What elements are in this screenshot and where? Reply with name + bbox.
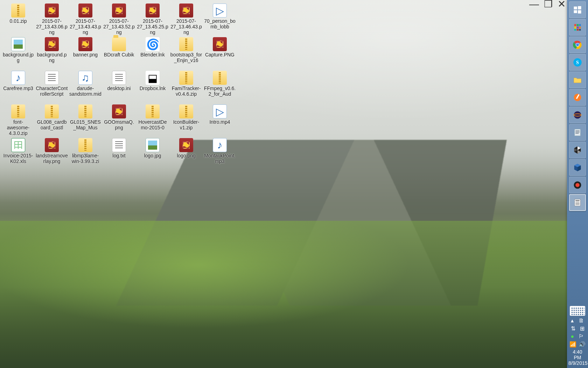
desktop-file-icon[interactable]: GL015_SNES_Map_Mus	[69, 103, 102, 137]
tray-status-icon[interactable]: ●	[571, 333, 574, 340]
desktop-file-icon[interactable]: banner.png	[69, 36, 102, 69]
desktop-file-icon[interactable]: FFmpeg_v0.6.2_for_Aud	[203, 69, 237, 103]
desktop-file-icon[interactable]: ⬓Dropbox.lnk	[136, 69, 169, 103]
desktop-file-label: GOOmsmaQ.png	[103, 119, 135, 130]
desktop-file-icon[interactable]: ▷Intro.mp4	[203, 103, 237, 137]
svg-rect-38	[575, 202, 580, 205]
taskbar-snipping-button[interactable]	[569, 89, 586, 106]
taskbar-start-button[interactable]	[569, 1, 586, 18]
desktop-file-icon[interactable]: logo.png	[169, 137, 203, 170]
desktop-file-icon[interactable]: logo.jpg	[136, 137, 169, 170]
desktop-file-icon[interactable]: bootstrap3_for_Enjin_v16	[169, 36, 203, 69]
desktop-icon-grid: 0.01.zip2015-07-27_13.43.06.png2015-07-2…	[1, 2, 237, 170]
mid-icon: ♫	[78, 71, 92, 85]
taskbar-virtualbox-button[interactable]	[569, 159, 586, 176]
desktop-file-icon[interactable]: libmp3lame-win-3.99.3.zi	[69, 137, 102, 170]
svg-rect-10	[574, 29, 576, 31]
desktop-file-icon[interactable]: landstreamoverlay.png	[35, 137, 69, 170]
taskbar-file-explorer-button[interactable]	[569, 71, 586, 88]
zip-icon	[11, 4, 25, 18]
desktop-file-icon[interactable]: HovercastDemo-2015-0	[136, 103, 169, 137]
tray-expand-icon[interactable]: ▴	[571, 317, 574, 324]
desktop-file-icon[interactable]: 2015-07-27_13.43.43.png	[69, 2, 102, 36]
desktop-file-icon[interactable]: log.txt	[102, 137, 136, 170]
svg-point-35	[575, 183, 580, 187]
jpg-icon	[11, 37, 25, 51]
taskbar-skype-button[interactable]: S	[569, 54, 586, 71]
zip-icon	[179, 104, 193, 118]
taskbar-recorder-button[interactable]	[569, 177, 586, 193]
desktop-file-icon[interactable]: background.png	[35, 36, 69, 69]
tray-network-icon[interactable]: 📶	[569, 341, 576, 348]
desktop[interactable]: — ❐ ✕ 0.01.zip2015-07-27_13.43.06.png201…	[0, 0, 567, 368]
tray-action-center-icon[interactable]: 🗎	[579, 318, 584, 324]
svg-rect-11	[577, 29, 579, 31]
tray-row-3: ● 🏳	[568, 333, 587, 340]
taskbar-chrome-button[interactable]	[569, 36, 586, 53]
taskbar-eclipse-button[interactable]	[569, 107, 586, 123]
png-icon	[112, 104, 126, 118]
desktop-file-icon[interactable]: ▷70_person_bomb_lobb	[203, 2, 237, 36]
zip-icon	[78, 104, 92, 118]
png-icon	[45, 138, 59, 152]
desktop-file-icon[interactable]: ♪Carefree.mp3	[1, 69, 35, 103]
mp3-icon: ♪	[213, 138, 227, 152]
mp3-icon: ♪	[11, 71, 25, 85]
desktop-file-icon[interactable]: desktop.ini	[102, 69, 136, 103]
desktop-file-icon[interactable]: 2015-07-27_13.45.25.png	[136, 2, 169, 36]
scan-icon	[573, 198, 582, 207]
taskbar-apps-button[interactable]	[569, 19, 586, 36]
svg-text:S: S	[576, 60, 579, 65]
desktop-file-icon[interactable]: IconBuilder-v1.zip	[169, 103, 203, 137]
tray-flag-icon[interactable]: 🏳	[579, 333, 584, 340]
dropbox-icon: ⬓	[146, 71, 160, 85]
tray-windows-icon[interactable]: ⊞	[580, 325, 584, 332]
taskbar-scan-button[interactable]	[569, 194, 586, 211]
close-button[interactable]: ✕	[558, 1, 566, 8]
desktop-file-label: font-awesome-4.3.0.zip	[2, 119, 34, 136]
mp4-icon: ▷	[213, 4, 227, 18]
maximize-button[interactable]: ❐	[544, 1, 553, 8]
desktop-file-icon[interactable]: 2015-07-27_13.46.43.png	[169, 2, 203, 36]
taskbar-clock[interactable]: 4:40 PM 8/9/2015	[568, 349, 587, 366]
desktop-file-icon[interactable]: Invoice-2015-K02.xls	[1, 137, 35, 170]
png-icon	[78, 37, 92, 51]
minimize-button[interactable]: —	[529, 1, 539, 8]
desktop-file-label: FamiTracker-v0.4.6.zip	[170, 86, 202, 97]
touch-keyboard-icon[interactable]	[570, 306, 585, 316]
svg-rect-37	[575, 200, 580, 202]
desktop-file-icon[interactable]: CharacterControllerScript	[35, 69, 69, 103]
tray-row-2: ⇅ ⊞	[568, 325, 587, 332]
tray-sync-icon[interactable]: ⇅	[571, 325, 575, 332]
desktop-file-label: 2015-07-27_13.43.06.png	[36, 18, 68, 35]
desktop-file-icon[interactable]: 0.01.zip	[1, 2, 35, 36]
desktop-file-icon[interactable]: 🌀Blender.lnk	[136, 36, 169, 69]
desktop-file-icon[interactable]: 2015-07-27_13.43.06.png	[35, 2, 69, 36]
blender-icon: 🌀	[146, 37, 160, 51]
desktop-file-icon[interactable]: GOOmsmaQ.png	[102, 103, 136, 137]
desktop-file-icon[interactable]: BDcraft Cubik	[102, 36, 136, 69]
system-tray: ▴ 🗎 ⇅ ⊞ ● 🏳 📶 🔊 4:40 PM 8/9/2015	[568, 305, 587, 368]
desktop-file-label: Carefree.mp3	[3, 86, 33, 91]
clock-time: 4:40 PM	[568, 349, 587, 360]
tray-volume-icon[interactable]: 🔊	[579, 341, 586, 348]
desktop-file-icon[interactable]: FamiTracker-v0.4.6.zip	[169, 69, 203, 103]
zip-icon	[45, 104, 59, 118]
desktop-file-icon[interactable]: font-awesome-4.3.0.zip	[1, 103, 35, 137]
zip-icon	[179, 37, 193, 51]
taskbar-notepadpp-button[interactable]	[569, 124, 586, 141]
desktop-file-icon[interactable]: Capture.PNG	[203, 36, 237, 69]
svg-rect-23	[575, 129, 580, 136]
svg-rect-5	[577, 24, 579, 26]
desktop-file-icon[interactable]: ♫darude-sandstorm.mid	[69, 69, 102, 103]
note-icon	[573, 128, 582, 137]
desktop-file-label: libmp3lame-win-3.99.3.zi	[69, 153, 102, 164]
tray-row-4: 📶 🔊	[568, 341, 587, 348]
desktop-file-icon[interactable]: 2015-07-27_13.43.52.png	[102, 2, 136, 36]
taskbar-unity-button[interactable]	[569, 142, 586, 158]
desktop-file-icon[interactable]: GL008_cardboard_castl	[35, 103, 69, 137]
desktop-file-icon[interactable]: background.jpg	[1, 36, 35, 69]
desktop-file-icon[interactable]: ♪MontaukPoint.mp3	[203, 137, 237, 170]
txt-icon	[112, 138, 126, 152]
desktop-file-label: Capture.PNG	[205, 52, 234, 57]
